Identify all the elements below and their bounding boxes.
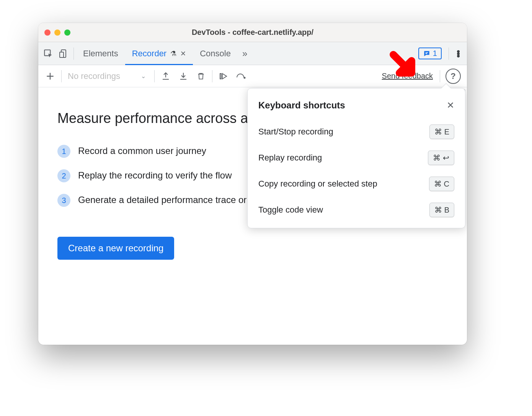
tab-label: Recorder	[132, 49, 166, 59]
close-tab-icon[interactable]: ✕	[180, 49, 186, 58]
titlebar: DevTools - coffee-cart.netlify.app/	[38, 23, 467, 42]
delete-icon[interactable]	[192, 67, 210, 85]
shortcut-row: Toggle code view ⌘ B	[258, 203, 454, 217]
minimize-window-button[interactable]	[54, 29, 60, 36]
step-text: Record a common user journey	[78, 144, 206, 158]
shortcut-keys: ⌘ ↩	[428, 151, 454, 165]
shortcut-row: Replay recording ⌘ ↩	[258, 151, 454, 165]
maximize-window-button[interactable]	[64, 29, 70, 36]
more-tabs-icon[interactable]: »	[238, 48, 252, 59]
divider	[212, 70, 212, 82]
tab-elements[interactable]: Elements	[76, 42, 125, 65]
issues-badge[interactable]: 1	[418, 47, 442, 59]
divider	[154, 70, 155, 82]
shortcut-label: Copy recording or selected step	[258, 179, 377, 189]
tab-label: Elements	[83, 49, 118, 59]
popup-title: Keyboard shortcuts	[258, 100, 345, 111]
svg-point-6	[244, 77, 246, 79]
shortcut-label: Replay recording	[258, 153, 322, 163]
divider	[61, 70, 62, 82]
step-number: 3	[57, 194, 70, 207]
step-number: 1	[57, 145, 70, 158]
help-button[interactable]: ?	[446, 69, 461, 84]
shortcut-keys: ⌘ E	[429, 124, 454, 139]
replay-icon[interactable]	[215, 67, 232, 85]
kebab-menu-icon[interactable]: •••	[451, 50, 465, 57]
shortcut-row: Start/Stop recording ⌘ E	[258, 124, 454, 139]
divider	[449, 47, 449, 60]
tab-recorder[interactable]: Recorder ⚗ ✕	[125, 42, 193, 65]
devtools-window: DevTools - coffee-cart.netlify.app/ Elem…	[38, 23, 467, 345]
shortcut-keys: ⌘ B	[429, 203, 454, 217]
chevron-down-icon: ⌄	[141, 72, 146, 80]
shortcut-label: Start/Stop recording	[258, 127, 333, 137]
divider	[440, 70, 440, 82]
traffic-lights	[44, 29, 70, 36]
shortcut-label: Toggle code view	[258, 205, 323, 215]
device-toggle-icon[interactable]	[56, 46, 71, 61]
tab-console[interactable]: Console	[193, 42, 238, 65]
shortcut-row: Copy recording or selected step ⌘ C	[258, 177, 454, 191]
devtools-tabbar: Elements Recorder ⚗ ✕ Console » 1 •••	[38, 42, 467, 65]
recorder-toolbar: No recordings ⌄	[38, 65, 467, 87]
divider	[73, 47, 74, 60]
svg-rect-4	[425, 53, 427, 54]
flask-icon: ⚗	[170, 49, 176, 58]
dropdown-placeholder: No recordings	[68, 71, 120, 81]
shortcut-keys: ⌘ C	[429, 177, 454, 191]
close-icon[interactable]: ✕	[447, 100, 454, 111]
window-title: DevTools - coffee-cart.netlify.app/	[38, 28, 467, 37]
svg-rect-2	[60, 52, 64, 57]
svg-rect-5	[220, 74, 221, 79]
inspect-element-icon[interactable]	[41, 46, 56, 61]
shortcuts-popup: Keyboard shortcuts ✕ Start/Stop recordin…	[247, 88, 465, 228]
tab-label: Console	[200, 49, 231, 59]
step-over-icon[interactable]	[232, 67, 250, 85]
export-icon[interactable]	[157, 67, 175, 85]
send-feedback-link[interactable]: Send feedback	[382, 72, 433, 80]
create-recording-button[interactable]: Create a new recording	[57, 237, 174, 260]
svg-rect-3	[425, 52, 428, 53]
message-icon	[423, 50, 431, 57]
step-number: 2	[57, 169, 70, 182]
recordings-dropdown[interactable]: No recordings ⌄	[64, 71, 152, 81]
close-window-button[interactable]	[44, 29, 51, 36]
step-text: Replay the recording to verify the flow	[78, 169, 232, 182]
issues-count: 1	[433, 49, 437, 58]
new-recording-icon[interactable]	[41, 67, 59, 85]
import-icon[interactable]	[175, 67, 192, 85]
